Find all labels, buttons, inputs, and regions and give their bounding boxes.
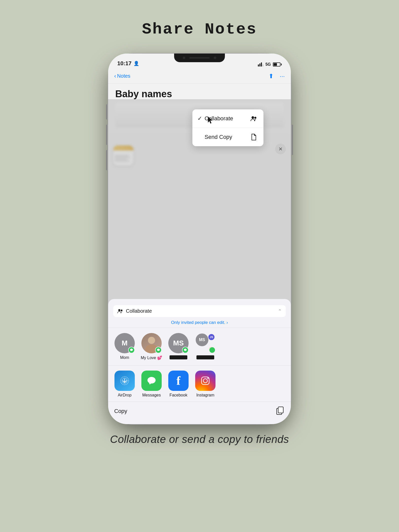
svg-point-12 (207, 378, 209, 379)
battery-body (273, 62, 280, 66)
app-instagram[interactable]: Instagram (194, 371, 217, 397)
share-icon[interactable]: ⬆ (269, 73, 274, 80)
side-button-silent (106, 104, 108, 120)
app-messages[interactable]: Messages (140, 371, 163, 397)
messages-label: Messages (142, 393, 161, 397)
contact-my-love[interactable]: My Love 💕 (140, 333, 163, 360)
contact-avatar-redacted-1: MS (168, 333, 189, 353)
notch-speaker (189, 57, 210, 59)
battery-tip (281, 63, 282, 65)
airdrop-label: AirDrop (118, 393, 131, 397)
facebook-icon: f (168, 371, 189, 391)
person-group-small-icon (117, 309, 123, 314)
chevron-left-icon: ‹ (114, 73, 116, 79)
svg-point-3 (121, 309, 123, 311)
document-icon (249, 132, 258, 142)
signal-bar-2 (259, 63, 260, 66)
contacts-row: M Mom (108, 329, 291, 364)
side-button-vol-up (106, 125, 108, 145)
network-label: 5G (265, 62, 271, 67)
messages-badge-love (155, 347, 162, 353)
notch-dot-2 (214, 57, 216, 59)
signal-bar-3 (261, 62, 262, 66)
nav-back-button[interactable]: ‹ Notes (114, 73, 130, 79)
svg-rect-14 (278, 407, 283, 413)
share-sheet: Collaborate ⌃ Only invited people can ed… (108, 299, 291, 424)
messages-badge-mom (128, 347, 135, 353)
phone-screen: 10:17 👤 5G (108, 54, 291, 424)
contact-avatar-wrapper-love (141, 333, 162, 353)
person-icon: 👤 (134, 61, 139, 66)
svg-point-2 (118, 309, 120, 311)
collab-selector-left: Collaborate (117, 308, 152, 314)
battery-indicator (273, 62, 282, 66)
avatar-initials-mom: M (122, 339, 127, 347)
battery-fill (274, 63, 277, 66)
contact-avatar-wrapper-redacted-1: MS (168, 333, 189, 353)
svg-point-6 (184, 349, 187, 351)
svg-point-1 (254, 117, 256, 119)
svg-point-9 (147, 377, 156, 384)
contact-name-redacted-2 (196, 355, 214, 359)
send-copy-label: Send Copy (205, 134, 249, 140)
collaborate-dropdown: ✓ Collaborate ✓ Send Copy (192, 109, 263, 146)
contact-avatar-mom: M (114, 333, 135, 353)
app-airdrop[interactable]: AirDrop (113, 371, 136, 397)
permission-arrow: › (226, 320, 228, 325)
messages-badge-redacted-1 (182, 347, 189, 353)
svg-point-0 (252, 116, 254, 119)
app-facebook[interactable]: f Facebook (167, 371, 190, 397)
avatar-initials-redacted-1: MS (173, 339, 184, 347)
permission-label: Only invited people can edit. (171, 320, 225, 325)
permission-text[interactable]: Only invited people can edit. › (108, 319, 291, 327)
dropdown-item-send-copy[interactable]: ✓ Send Copy (192, 128, 263, 146)
contact-redacted-1[interactable]: MS (167, 333, 190, 360)
nav-back-label: Notes (117, 73, 130, 79)
side-button-vol-down (106, 150, 108, 170)
contact-avatar-wrapper-redacted-2: MS JS BD (195, 333, 215, 353)
multi-messages-badge (209, 347, 215, 353)
copy-document-icon[interactable] (275, 406, 285, 417)
airdrop-icon (114, 371, 135, 391)
collab-selector-label: Collaborate (126, 308, 152, 314)
chevron-down-icon: ⌃ (278, 308, 282, 314)
status-time: 10:17 👤 (117, 60, 139, 67)
facebook-label: Facebook (170, 393, 187, 397)
svg-point-11 (203, 379, 207, 383)
person-group-icon (249, 114, 258, 123)
sheet-divider-1 (108, 328, 291, 328)
apps-row: AirDrop Messages (108, 367, 291, 402)
close-button[interactable]: ✕ (275, 144, 286, 154)
check-icon: ✓ (197, 115, 202, 122)
side-button-power (291, 125, 293, 155)
time-label: 10:17 (117, 60, 131, 67)
dropdown-item-collaborate[interactable]: ✓ Collaborate (192, 109, 263, 128)
sheet-divider-2 (108, 365, 291, 365)
caption-text: Collaborate or send a copy to friends (110, 433, 289, 445)
contact-redacted-2[interactable]: MS JS BD (194, 333, 217, 360)
multi-av-2: JS (208, 334, 215, 341)
note-title: Baby names (115, 89, 284, 99)
mouse-cursor (207, 116, 214, 123)
instagram-label: Instagram (196, 393, 214, 397)
contact-name-love: My Love 💕 (141, 355, 162, 360)
nav-actions: ⬆ ··· (269, 73, 285, 80)
copy-button[interactable]: Copy (114, 408, 127, 414)
signal-bars (258, 62, 263, 66)
nav-bar: ‹ Notes ⬆ ··· (108, 69, 291, 84)
phone-mockup: 10:17 👤 5G (108, 54, 291, 424)
notch (174, 54, 225, 62)
signal-bar-4 (262, 64, 263, 66)
contact-name-redacted-1 (170, 355, 187, 359)
contact-name-mom: Mom (120, 355, 129, 360)
svg-point-5 (157, 349, 160, 351)
signal-bar-1 (258, 64, 259, 66)
more-icon[interactable]: ··· (280, 73, 285, 80)
page-title: Share Notes (142, 20, 257, 38)
multi-av-main: MS (195, 333, 209, 347)
collaborate-selector[interactable]: Collaborate ⌃ (113, 305, 286, 317)
messages-icon (141, 371, 162, 391)
bottom-actions: Copy (108, 402, 291, 424)
notch-dot (183, 57, 185, 59)
contact-mom[interactable]: M Mom (113, 333, 136, 360)
